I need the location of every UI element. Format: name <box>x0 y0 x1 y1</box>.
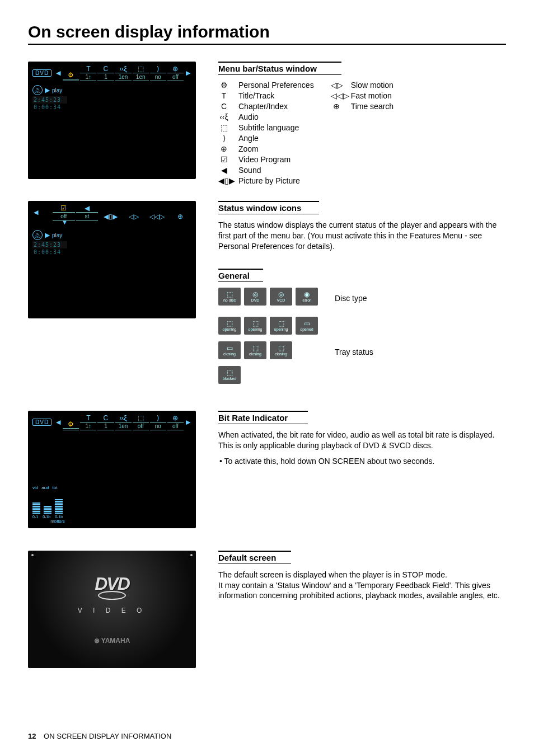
chapter-index-icon: C <box>218 102 229 111</box>
tray-opened-icon: ▭ <box>304 320 310 327</box>
vcd-disc-icon: ◎ <box>278 291 284 298</box>
title-track-icon: T <box>218 91 229 100</box>
osd2-time2: 0:00:34 <box>32 248 67 256</box>
menubar-heading: Menu bar/Status window <box>218 62 341 75</box>
play-icon: ▶ <box>45 231 50 239</box>
bitrate-vid-label: vid <box>32 485 38 490</box>
disc-type-icons: ⬚no disc ◎DVD ◎VCD ◉error <box>218 288 318 306</box>
disc-type-label: Disc type <box>335 294 367 303</box>
video-text: V I D E O <box>78 607 147 614</box>
bitrate-aud-label: aud <box>41 485 49 490</box>
picture-by-picture-icon: ◀▯▶ <box>218 176 229 185</box>
tray-opening-icon: ⬚ <box>227 320 233 327</box>
subtitle-icon: ⬚ <box>218 123 229 132</box>
osd2-status-window: SDVD ▶ play 2:45:23 0:00:34 <box>32 230 67 256</box>
bitrate-heading: Bit Rate Indicator <box>218 411 308 424</box>
angle-icon: ⟩ <box>218 134 229 143</box>
error-disc-icon: ◉ <box>304 291 310 298</box>
bitrate-unit-label: mbits/s <box>32 519 83 524</box>
slow-motion-icon: ◁▷ <box>331 81 342 90</box>
osd3-icon-1: T <box>80 414 96 422</box>
default-screen-heading: Default screen <box>218 551 291 564</box>
bitrate-bullet: • To activate this, hold down ON SCREEN … <box>225 456 506 467</box>
osd-screenshot-menubar-2: ◀ ☑off ◀st ◀▯▶ ◁▷ ◁◁▷ ⊕ ▼ SDVD ▶ play 2:… <box>28 201 196 318</box>
osd3-dvd-label: DVD <box>32 419 51 426</box>
osd1-icon-2: C <box>97 65 114 73</box>
osd2-icon-2: ◀▯▶ <box>99 213 121 220</box>
osd2-icon-0: ☑ <box>53 204 75 212</box>
osd2-play-label: play <box>52 232 62 238</box>
osd1-icon-5: ⟩ <box>150 65 166 73</box>
tray-blocked-icon: ⬚ <box>227 369 233 376</box>
osd-screenshot-bitrate: DVD ◀ ⚙ T1↕ C1 ‹‹ξ1en ⬚off ⟩no ⊕off ▶ vi… <box>28 411 196 528</box>
prefs-icon: ⚙ <box>218 81 229 90</box>
audio-icon: ‹‹ξ <box>218 112 229 121</box>
osd1-icon-1: T <box>80 65 96 73</box>
tray-status-label: Tray status <box>335 348 373 356</box>
osd3-icon-0: ⚙ <box>63 420 79 428</box>
tray-closing-icon: ▭ <box>227 345 233 351</box>
bitrate-tot-label: tot <box>53 485 58 490</box>
time-search-icon: ⊕ <box>331 102 342 111</box>
down-arrow-icon: ▼ <box>62 219 68 226</box>
disc-icon: SDVD <box>32 85 43 95</box>
video-program-icon: ☑ <box>218 155 229 164</box>
menu-right-arrow-icon: ▶ <box>185 69 191 77</box>
page-number: 12 <box>28 732 36 740</box>
osd2-time1: 2:45:23 <box>32 241 67 248</box>
osd1-status-window: SDVD ▶ play 2:45:23 0:00:34 <box>32 85 67 111</box>
bitrate-body: When activated, the bit rate for video, … <box>218 430 506 451</box>
bitrate-graph: vid aud tot 0-1 0-1b 0-1b mbits/s <box>32 485 83 524</box>
osd3-icon-6: ⊕ <box>167 414 184 422</box>
status-window-heading: Status window icons <box>218 201 319 214</box>
page-title: On screen display information <box>28 22 506 45</box>
osd1-icon-4: ⬚ <box>133 65 149 73</box>
menu-left-arrow-icon: ◀ <box>55 69 62 77</box>
yamaha-brand: ⊛ YAMAHA <box>94 637 130 645</box>
osd2-icon-5: ⊕ <box>169 213 191 220</box>
dvd-disc-icon: ◎ <box>252 291 258 298</box>
fast-motion-icon: ◁◁▷ <box>331 91 342 100</box>
osd1-icon-3: ‹‹ξ <box>115 65 132 73</box>
no-disc-icon: ⬚ <box>227 291 233 298</box>
osd1-time1: 2:45:23 <box>32 96 67 104</box>
tray-opening-icon: ⬚ <box>278 320 284 327</box>
menubar-legend-left: ⚙Personal Preferences TTitle/Track CChap… <box>218 81 314 185</box>
tray-closing-icon: ⬚ <box>278 345 284 351</box>
footer-section: ON SCREEN DISPLAY INFORMATION <box>44 732 171 740</box>
tray-opening-icon: ⬚ <box>252 320 259 327</box>
osd3-icon-2: C <box>97 414 114 422</box>
osd1-icon-0: ⚙ <box>63 71 79 79</box>
menubar-legend-right: ◁▷Slow motion ◁◁▷Fast motion ⊕Time searc… <box>331 81 394 185</box>
sound-icon: ◀ <box>218 166 229 175</box>
osd1-dvd-label: DVD <box>32 69 51 77</box>
page-footer: 12 ON SCREEN DISPLAY INFORMATION <box>28 732 171 740</box>
menu-right-arrow-icon: ▶ <box>185 419 191 426</box>
osd3-icon-4: ⬚ <box>133 414 149 422</box>
dvd-logo-icon: DVD <box>95 574 129 594</box>
menu-left-arrow-icon: ◀ <box>55 419 62 426</box>
osd2-icon-4: ◁◁▷ <box>146 213 168 220</box>
osd1-time2: 0:00:34 <box>32 104 67 111</box>
general-heading: General <box>218 269 263 282</box>
status-window-body: The status window displays the current s… <box>218 220 506 252</box>
default-screen-body: The default screen is displayed when the… <box>218 570 506 602</box>
osd2-icon-1: ◀ <box>76 204 99 212</box>
tray-status-icons: ⬚opening ⬚opening ⬚opening ▭opened ▭clos… <box>218 317 318 387</box>
play-icon: ▶ <box>45 86 50 94</box>
menu-left-arrow-icon: ◀ <box>32 209 39 216</box>
disc-icon: SDVD <box>32 230 43 240</box>
osd1-play-label: play <box>52 87 62 93</box>
zoom-icon: ⊕ <box>218 144 229 153</box>
osd1-icon-6: ⊕ <box>167 65 184 73</box>
default-screen-image: DVD V I D E O ⊛ YAMAHA <box>28 551 196 668</box>
osd3-icon-3: ‹‹ξ <box>115 414 132 422</box>
tray-closing-icon: ⬚ <box>252 345 259 351</box>
osd2-icon-3: ◁▷ <box>123 213 145 220</box>
osd-screenshot-menubar-1: DVD ◀ ⚙ T1↕ C1 ‹‹ξ1en ⬚1en ⟩no ⊕off ▶ SD… <box>28 62 196 179</box>
osd3-icon-5: ⟩ <box>150 414 166 422</box>
